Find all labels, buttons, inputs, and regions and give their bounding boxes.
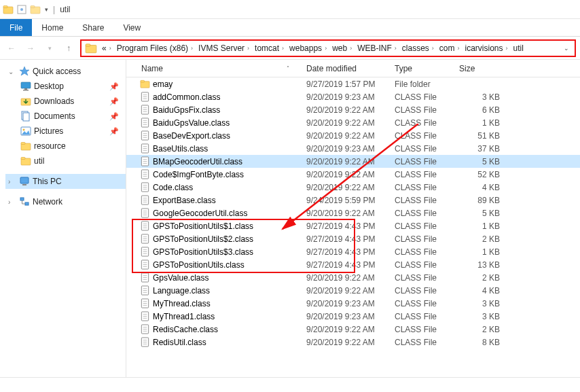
breadcrumb-item[interactable]: Program Files (x86)› bbox=[114, 41, 196, 56]
file-name: ExportBase.class bbox=[153, 196, 216, 205]
expand-icon[interactable]: › bbox=[8, 198, 16, 206]
file-type: CLASS File bbox=[388, 144, 452, 154]
tree-network[interactable]: › Network bbox=[5, 194, 126, 209]
navbar: ← → ▾ ↑ «› Program Files (x86)› IVMS Ser… bbox=[0, 37, 580, 60]
file-type: CLASS File bbox=[388, 234, 452, 244]
breadcrumb-overflow[interactable]: «› bbox=[99, 41, 114, 56]
file-row[interactable]: RedisCache.class9/20/2019 9:22 AMCLASS F… bbox=[126, 323, 580, 336]
tree-documents[interactable]: Documents📌 bbox=[18, 109, 126, 124]
file-row[interactable]: Code.class9/20/2019 9:22 AMCLASS File4 K… bbox=[126, 181, 580, 194]
file-type: CLASS File bbox=[388, 118, 452, 128]
nav-forward-button[interactable]: → bbox=[23, 41, 38, 56]
qat-dropdown-icon[interactable]: ▾ bbox=[45, 6, 48, 13]
breadcrumb-item[interactable]: classes› bbox=[399, 41, 437, 56]
qat-properties-icon[interactable] bbox=[16, 4, 27, 15]
file-size: 8 KB bbox=[452, 338, 507, 347]
file-row[interactable]: MyThread.class9/20/2019 9:23 AMCLASS Fil… bbox=[126, 297, 580, 310]
file-icon bbox=[140, 182, 150, 192]
file-date: 9/20/2019 9:22 AM bbox=[300, 170, 388, 179]
file-row[interactable]: ExportBase.class9/24/2019 5:59 PMCLASS F… bbox=[126, 194, 580, 207]
file-name: GPSToPositionUtils$3.class bbox=[153, 247, 253, 257]
tree-quick-access[interactable]: ⌄ Quick access bbox=[5, 64, 126, 79]
file-icon bbox=[140, 221, 150, 231]
breadcrumb-item[interactable]: icarvisions› bbox=[463, 41, 511, 56]
col-size[interactable]: Size bbox=[452, 60, 507, 77]
titlebar: ▾ | util bbox=[0, 0, 580, 19]
file-row[interactable]: GPSToPositionUtils$2.class9/27/2019 4:43… bbox=[126, 232, 580, 245]
file-row[interactable]: addCommon.class9/20/2019 9:23 AMCLASS Fi… bbox=[126, 90, 580, 103]
col-type[interactable]: Type bbox=[388, 60, 452, 77]
file-date: 9/20/2019 9:22 AM bbox=[300, 118, 388, 128]
qat-newfolder-icon[interactable] bbox=[30, 4, 41, 15]
breadcrumb-item[interactable]: webapps› bbox=[287, 41, 329, 56]
file-row[interactable]: MyThread1.class9/20/2019 9:23 AMCLASS Fi… bbox=[126, 310, 580, 323]
file-icon bbox=[140, 130, 150, 141]
tab-share[interactable]: Share bbox=[73, 19, 113, 36]
window-title: util bbox=[60, 5, 70, 14]
file-row[interactable]: RedisUtil.class9/20/2019 9:22 AMCLASS Fi… bbox=[126, 336, 580, 349]
file-row[interactable]: BaiduGpsValue.class9/20/2019 9:22 AMCLAS… bbox=[126, 116, 580, 129]
address-bar[interactable]: «› Program Files (x86)› IVMS Server› tom… bbox=[80, 39, 576, 57]
file-name: RedisUtil.class bbox=[153, 338, 206, 347]
file-row[interactable]: GPSToPositionUtils.class9/27/2019 4:43 P… bbox=[126, 258, 580, 271]
file-icon bbox=[140, 105, 150, 115]
file-row[interactable]: GoogleGeocoderUtil.class9/20/2019 9:22 A… bbox=[126, 207, 580, 219]
file-row[interactable]: BaiduGpsFix.class9/20/2019 9:22 AMCLASS … bbox=[126, 103, 580, 116]
tree-util[interactable]: util bbox=[18, 154, 126, 168]
file-size: 1 KB bbox=[452, 118, 507, 128]
breadcrumb-item[interactable]: com› bbox=[437, 41, 463, 56]
app-folder-icon bbox=[3, 4, 14, 15]
breadcrumb-item[interactable]: tomcat› bbox=[252, 41, 287, 56]
nav-back-button[interactable]: ← bbox=[4, 41, 19, 56]
desktop-icon bbox=[20, 81, 31, 92]
file-icon bbox=[140, 169, 150, 179]
tree-pictures[interactable]: Pictures📌 bbox=[18, 124, 126, 139]
address-dropdown-icon[interactable]: ⌄ bbox=[560, 45, 573, 52]
file-row[interactable]: Language.class9/20/2019 9:22 AMCLASS Fil… bbox=[126, 284, 580, 297]
file-name: GPSToPositionUtils$1.class bbox=[153, 221, 253, 231]
file-name: GPSToPositionUtils$2.class bbox=[153, 234, 253, 244]
col-name[interactable]: Name˄ bbox=[126, 60, 300, 77]
expand-icon[interactable]: ⌄ bbox=[8, 68, 16, 75]
nav-up-button[interactable]: ↑ bbox=[61, 41, 76, 56]
nav-recent-dropdown[interactable]: ▾ bbox=[42, 41, 57, 56]
expand-icon[interactable]: › bbox=[8, 178, 16, 185]
file-size: 2 KB bbox=[452, 234, 507, 244]
file-name: MyThread1.class bbox=[153, 312, 215, 321]
pc-icon bbox=[19, 176, 30, 187]
col-date[interactable]: Date modified bbox=[300, 60, 388, 77]
file-type: CLASS File bbox=[388, 260, 452, 270]
breadcrumb-item[interactable]: WEB-INF› bbox=[355, 41, 399, 56]
file-date: 9/27/2019 4:43 PM bbox=[300, 260, 388, 270]
file-row[interactable]: BaseUtils.class9/20/2019 9:23 AMCLASS Fi… bbox=[126, 142, 580, 155]
file-date: 9/20/2019 9:22 AM bbox=[300, 157, 388, 166]
breadcrumb-item[interactable]: IVMS Server› bbox=[196, 41, 252, 56]
file-size: 89 KB bbox=[452, 196, 507, 205]
tree-downloads[interactable]: Downloads📌 bbox=[18, 94, 126, 109]
tab-view[interactable]: View bbox=[113, 19, 150, 36]
tab-home[interactable]: Home bbox=[32, 19, 73, 36]
file-row[interactable]: GpsValue.class9/20/2019 9:22 AMCLASS Fil… bbox=[126, 271, 580, 284]
tab-file[interactable]: File bbox=[0, 19, 32, 36]
breadcrumb-item[interactable]: web› bbox=[329, 41, 355, 56]
breadcrumb-item[interactable]: util bbox=[511, 41, 526, 56]
file-name: RedisCache.class bbox=[153, 325, 218, 334]
tree-resource[interactable]: resource bbox=[18, 139, 126, 154]
file-row[interactable]: GPSToPositionUtils$3.class9/27/2019 4:43… bbox=[126, 245, 580, 258]
file-type: CLASS File bbox=[388, 105, 452, 115]
file-row[interactable]: emay9/27/2019 1:57 PMFile folder bbox=[126, 77, 580, 90]
file-type: CLASS File bbox=[388, 286, 452, 296]
file-date: 9/20/2019 9:22 AM bbox=[300, 273, 388, 283]
file-row[interactable]: GPSToPositionUtils$1.class9/27/2019 4:43… bbox=[126, 219, 580, 232]
file-row[interactable]: Code$ImgFontByte.class9/20/2019 9:22 AMC… bbox=[126, 168, 580, 181]
file-type: CLASS File bbox=[388, 209, 452, 218]
pin-icon: 📌 bbox=[109, 82, 123, 91]
tree-desktop[interactable]: Desktop📌 bbox=[18, 79, 126, 94]
file-row[interactable]: BaseDevExport.class9/20/2019 9:22 AMCLAS… bbox=[126, 129, 580, 142]
file-icon bbox=[140, 143, 150, 154]
file-icon bbox=[140, 260, 150, 270]
file-size: 1 KB bbox=[452, 221, 507, 231]
file-icon bbox=[140, 298, 150, 308]
tree-this-pc[interactable]: › This PC bbox=[5, 174, 126, 189]
file-row[interactable]: BMapGeocoderUtil.class9/20/2019 9:22 AMC… bbox=[126, 155, 580, 168]
